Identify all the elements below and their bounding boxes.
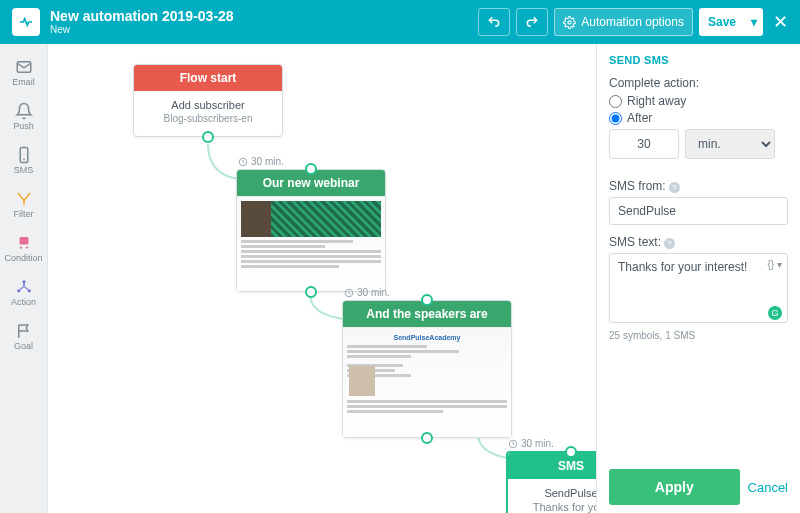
app-logo[interactable]	[12, 8, 40, 36]
svg-point-7	[25, 246, 27, 248]
email-thumbnail	[237, 196, 385, 291]
radio-right-away-input[interactable]	[609, 95, 622, 108]
svg-point-9	[17, 289, 20, 292]
rail-sms[interactable]: SMS	[4, 140, 44, 180]
help-icon[interactable]: ?	[664, 238, 675, 249]
rail-push[interactable]: Push	[4, 96, 44, 136]
delay-qty-input[interactable]	[609, 129, 679, 159]
svg-point-0	[568, 20, 571, 23]
close-button[interactable]: ✕	[773, 11, 788, 33]
settings-panel: SEND SMS Complete action: Right away Aft…	[596, 44, 800, 513]
rail-action[interactable]: Action	[4, 272, 44, 312]
sms-from-group: SMS from:?	[609, 179, 788, 225]
variable-insert-button[interactable]: {} ▾	[768, 259, 782, 270]
panel-footer: Apply Cancel	[609, 459, 788, 505]
save-button[interactable]: Save	[699, 8, 745, 36]
rail-condition[interactable]: Condition	[4, 228, 44, 268]
svg-point-8	[22, 280, 25, 283]
save-button-group: Save ▾	[699, 8, 763, 36]
rail-email[interactable]: Email	[4, 52, 44, 92]
rail-goal[interactable]: Goal	[4, 316, 44, 356]
element-rail: Email Push SMS Filter Condition Action G…	[0, 44, 48, 513]
cancel-button[interactable]: Cancel	[748, 480, 788, 495]
radio-after[interactable]: After	[609, 111, 788, 125]
node-dock-out[interactable]	[305, 286, 317, 298]
grammar-check-icon[interactable]: G	[768, 306, 782, 320]
sms-from-label: SMS from:?	[609, 179, 788, 193]
svg-point-10	[27, 289, 30, 292]
complete-action-group: Complete action: Right away After min.	[609, 76, 788, 169]
node-dock-in[interactable]	[421, 294, 433, 306]
node-sms[interactable]: ✕ SMS SendPulse Thanks for your interest…	[506, 451, 596, 513]
email-thumbnail: SendPulseAcademy	[343, 327, 511, 437]
undo-button[interactable]	[478, 8, 510, 36]
node-dock-in[interactable]	[305, 163, 317, 175]
apply-button[interactable]: Apply	[609, 469, 740, 505]
delay-label: 30 min.	[508, 438, 554, 449]
delay-label: 30 min.	[344, 287, 390, 298]
node-action-label: Add subscriber	[142, 99, 274, 111]
svg-point-6	[19, 246, 21, 248]
svg-rect-5	[19, 237, 28, 245]
delay-label: 30 min.	[238, 156, 284, 167]
node-email-webinar[interactable]: Our new webinar	[236, 169, 386, 292]
complete-action-label: Complete action:	[609, 76, 788, 90]
sms-text-group: SMS text:? Thanks for your interest! {} …	[609, 235, 788, 341]
automation-status: New	[50, 24, 234, 35]
sms-from-input[interactable]	[609, 197, 788, 225]
radio-right-away[interactable]: Right away	[609, 94, 788, 108]
node-dock-out[interactable]	[421, 432, 433, 444]
help-icon[interactable]: ?	[669, 182, 680, 193]
rail-filter[interactable]: Filter	[4, 184, 44, 224]
node-dock-out[interactable]	[202, 131, 214, 143]
page-title: New automation 2019-03-28	[50, 9, 234, 24]
save-dropdown-button[interactable]: ▾	[745, 8, 763, 36]
node-header: Flow start	[134, 65, 282, 91]
sms-from-preview: SendPulse	[516, 487, 596, 499]
automation-options-button[interactable]: Automation options	[554, 8, 693, 36]
main-area: Email Push SMS Filter Condition Action G…	[0, 44, 800, 513]
radio-after-input[interactable]	[609, 112, 622, 125]
sms-text-input[interactable]: Thanks for your interest!	[609, 253, 788, 323]
sms-text-preview: Thanks for your interest!	[516, 501, 596, 513]
panel-title: SEND SMS	[609, 54, 788, 66]
redo-button[interactable]	[516, 8, 548, 36]
node-email-speakers[interactable]: And the speakers are SendPulseAcademy	[342, 300, 512, 438]
sms-counter: 25 symbols, 1 SMS	[609, 330, 788, 341]
top-bar: New automation 2019-03-28 New Automation…	[0, 0, 800, 44]
node-dock-in[interactable]	[565, 446, 577, 458]
delay-unit-select[interactable]: min.	[685, 129, 775, 159]
title-block: New automation 2019-03-28 New	[50, 9, 234, 35]
node-header: SMS	[508, 453, 596, 479]
sms-text-label: SMS text:?	[609, 235, 788, 249]
flow-canvas[interactable]: Flow start Add subscriber Blog-subscribe…	[48, 44, 596, 513]
node-flow-start[interactable]: Flow start Add subscriber Blog-subscribe…	[133, 64, 283, 137]
node-list-label: Blog-subscribers-en	[142, 113, 274, 124]
